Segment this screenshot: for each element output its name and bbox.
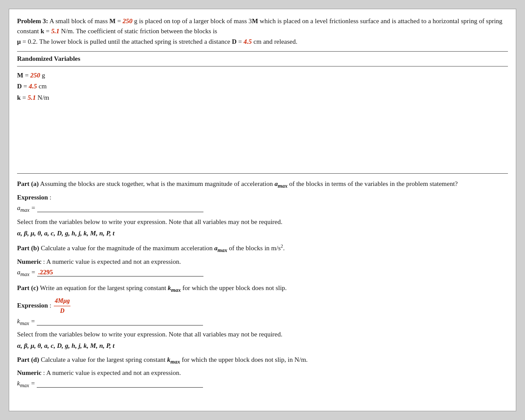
- part-a-block: Part (a) Assuming the blocks are stuck t…: [17, 179, 508, 237]
- part-d-answer-input[interactable]: [37, 380, 203, 388]
- problem-k-unit: N/m. The coefficient of static friction …: [60, 28, 217, 35]
- part-d-numeric-label-row: Numeric : A numeric value is expected an…: [17, 368, 508, 378]
- k-variable-value: 5.1: [28, 94, 36, 101]
- divider-3: [17, 173, 508, 174]
- divider-2: [17, 66, 508, 66]
- part-c-expression-label: Expression: [17, 302, 48, 309]
- part-b-numeric-desc: : A numeric value is expected and not an…: [43, 258, 181, 265]
- problem-mu-label: μ = 0.2. The lower block is pulled until…: [17, 38, 232, 45]
- problem-M-unit: g is placed on top of a larger block of …: [133, 18, 252, 24]
- part-a-select-text: Select from the variables below to write…: [17, 217, 508, 227]
- part-d-label: Part (d): [17, 356, 39, 363]
- D-variable-unit: cm: [38, 83, 46, 90]
- part-a-input-var: amax =: [17, 204, 35, 214]
- problem-desc-start: A small block of mass: [49, 18, 109, 24]
- problem-statement: Problem 3: A small block of mass M = 250…: [17, 16, 508, 47]
- part-d-input-var: kmax =: [17, 380, 35, 389]
- part-d-question2: for which the upper block does not slip,…: [180, 356, 308, 363]
- problem-M-label: M: [109, 18, 116, 24]
- part-c-var-list: α, β, μ, θ, a, c, D, g, h, j, k, M, n, P…: [17, 342, 508, 350]
- part-b-block: Part (b) Calculate a value for the magni…: [17, 242, 508, 278]
- problem-D-unit: cm and released.: [252, 38, 298, 45]
- problem-k-value: 5.1: [51, 28, 60, 35]
- part-b-input-var: amax =: [17, 269, 35, 278]
- part-c-question: Part (c) Write an equation for the large…: [17, 283, 508, 294]
- problem-equals: =: [116, 18, 122, 24]
- problem-D-label: D: [232, 38, 237, 45]
- M-variable-line: M = 250 g: [17, 70, 508, 81]
- part-c-fraction: 4Mμg D: [54, 296, 70, 315]
- part-b-question: Part (b) Calculate a value for the magni…: [17, 242, 508, 255]
- part-a-expression-label: Expression: [17, 194, 48, 201]
- part-c-fraction-den: D: [59, 306, 65, 316]
- randomized-variables-title: Randomized Variables: [17, 55, 508, 63]
- part-b-numeric-label: Numeric: [17, 258, 42, 265]
- part-c-answer-input[interactable]: [37, 318, 203, 326]
- problem-k-label: k: [41, 28, 44, 35]
- part-a-question: Part (a) Assuming the blocks are stuck t…: [17, 179, 508, 190]
- part-d-question: Part (d) Calculate a value for the large…: [17, 355, 508, 366]
- part-a-input-row: amax =: [17, 204, 508, 214]
- part-a-expression-label-row: Expression :: [17, 192, 508, 203]
- D-variable-line: D = 4.5 cm: [17, 81, 508, 92]
- part-a-var-list: α, β, μ, θ, a, c, D, g, h, j, k, M, n, P…: [17, 230, 508, 237]
- divider-1: [17, 51, 508, 52]
- problem-equals4: =: [237, 38, 244, 45]
- part-c-input-row: kmax =: [17, 318, 508, 327]
- part-d-input-row: kmax =: [17, 380, 508, 389]
- part-b-answer-input[interactable]: [37, 269, 203, 276]
- part-c-block: Part (c) Write an equation for the large…: [17, 283, 508, 350]
- part-a-question-text: Assuming the blocks are stuck together, …: [40, 180, 275, 187]
- part-d-block: Part (d) Calculate a value for the large…: [17, 355, 508, 389]
- page-container: Problem 3: A small block of mass M = 250…: [9, 9, 516, 411]
- D-variable-value: 4.5: [29, 83, 37, 90]
- part-a-label: Part (a): [17, 180, 39, 187]
- problem-D-value: 4.5: [244, 38, 252, 45]
- part-b-question-text: Calculate a value for the magnitude of t…: [41, 245, 214, 252]
- part-c-expression-label-row: Expression : 4Mμg D: [17, 296, 508, 315]
- problem-M-value: 250: [122, 18, 133, 24]
- part-c-fraction-num: 4Mμg: [54, 296, 70, 306]
- part-c-select-text: Select from the variables below to write…: [17, 329, 508, 340]
- part-d-numeric-label: Numeric: [17, 369, 42, 376]
- problem-equals2: =: [44, 28, 51, 35]
- part-b-question2: of the blocks in m/s: [227, 245, 280, 252]
- part-c-question2: for which the upper block does not slip.: [181, 284, 287, 291]
- M-variable-unit: g: [42, 72, 45, 79]
- part-c-question-text: Write an equation for the largest spring…: [40, 284, 168, 291]
- part-c-label: Part (c): [17, 284, 38, 291]
- part-d-question-text: Calculate a value for the largest spring…: [41, 356, 167, 363]
- part-b-label: Part (b): [17, 245, 39, 252]
- part-a-question2: of the blocks in terms of the variables …: [287, 180, 458, 187]
- part-b-input-row: amax =: [17, 269, 508, 278]
- problem-number: Problem 3:: [17, 18, 48, 24]
- k-variable-line: k = 5.1 N/m: [17, 92, 508, 104]
- problem-M2: M: [252, 18, 258, 24]
- variables-block: M = 250 g D = 4.5 cm k = 5.1 N/m: [17, 70, 508, 104]
- part-d-numeric-desc: : A numeric value is expected and not an…: [43, 369, 181, 376]
- M-variable-value: 250: [30, 72, 40, 79]
- part-a-answer-input[interactable]: [37, 204, 203, 212]
- part-b-numeric-label-row: Numeric : A numeric value is expected an…: [17, 257, 508, 267]
- part-c-input-var: kmax =: [17, 318, 35, 327]
- k-variable-unit: N/m: [38, 94, 49, 101]
